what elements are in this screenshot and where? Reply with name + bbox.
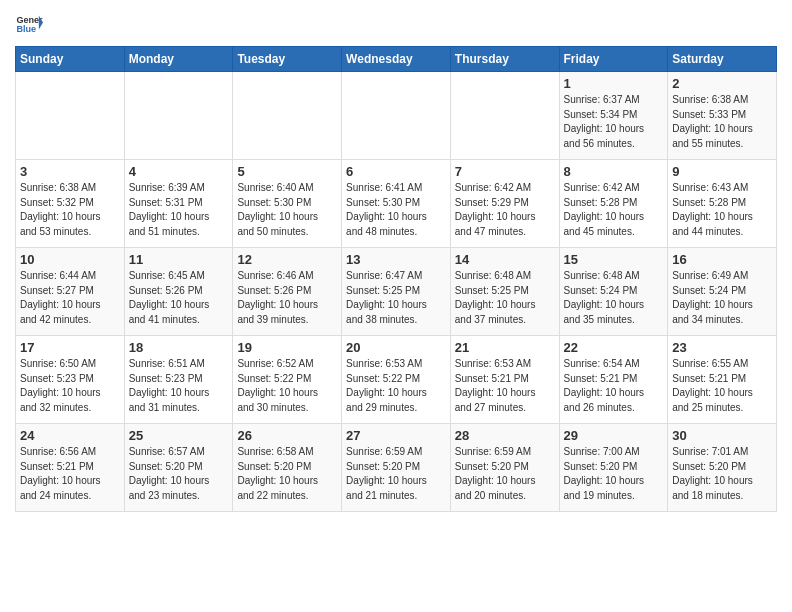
svg-text:Blue: Blue [16, 24, 36, 34]
day-info: Sunrise: 6:47 AMSunset: 5:25 PMDaylight:… [346, 269, 446, 327]
calendar-cell: 22Sunrise: 6:54 AMSunset: 5:21 PMDayligh… [559, 336, 668, 424]
day-info: Sunrise: 6:48 AMSunset: 5:24 PMDaylight:… [564, 269, 664, 327]
day-number: 13 [346, 252, 446, 267]
day-number: 8 [564, 164, 664, 179]
calendar-cell: 24Sunrise: 6:56 AMSunset: 5:21 PMDayligh… [16, 424, 125, 512]
weekday-row: SundayMondayTuesdayWednesdayThursdayFrid… [16, 47, 777, 72]
day-number: 12 [237, 252, 337, 267]
day-number: 1 [564, 76, 664, 91]
day-number: 19 [237, 340, 337, 355]
calendar-cell: 17Sunrise: 6:50 AMSunset: 5:23 PMDayligh… [16, 336, 125, 424]
day-info: Sunrise: 6:45 AMSunset: 5:26 PMDaylight:… [129, 269, 229, 327]
day-info: Sunrise: 6:42 AMSunset: 5:29 PMDaylight:… [455, 181, 555, 239]
calendar-cell [342, 72, 451, 160]
day-info: Sunrise: 6:38 AMSunset: 5:33 PMDaylight:… [672, 93, 772, 151]
day-number: 25 [129, 428, 229, 443]
day-info: Sunrise: 6:58 AMSunset: 5:20 PMDaylight:… [237, 445, 337, 503]
calendar-cell: 6Sunrise: 6:41 AMSunset: 5:30 PMDaylight… [342, 160, 451, 248]
day-number: 27 [346, 428, 446, 443]
day-number: 4 [129, 164, 229, 179]
logo-icon: General Blue [15, 10, 43, 38]
day-info: Sunrise: 6:39 AMSunset: 5:31 PMDaylight:… [129, 181, 229, 239]
calendar-cell: 29Sunrise: 7:00 AMSunset: 5:20 PMDayligh… [559, 424, 668, 512]
day-number: 9 [672, 164, 772, 179]
calendar-cell: 11Sunrise: 6:45 AMSunset: 5:26 PMDayligh… [124, 248, 233, 336]
day-info: Sunrise: 6:41 AMSunset: 5:30 PMDaylight:… [346, 181, 446, 239]
calendar-week-row: 3Sunrise: 6:38 AMSunset: 5:32 PMDaylight… [16, 160, 777, 248]
day-number: 22 [564, 340, 664, 355]
day-info: Sunrise: 6:59 AMSunset: 5:20 PMDaylight:… [455, 445, 555, 503]
day-number: 14 [455, 252, 555, 267]
day-info: Sunrise: 6:59 AMSunset: 5:20 PMDaylight:… [346, 445, 446, 503]
calendar-cell [16, 72, 125, 160]
day-number: 28 [455, 428, 555, 443]
calendar-cell: 16Sunrise: 6:49 AMSunset: 5:24 PMDayligh… [668, 248, 777, 336]
day-info: Sunrise: 6:50 AMSunset: 5:23 PMDaylight:… [20, 357, 120, 415]
day-number: 11 [129, 252, 229, 267]
day-number: 20 [346, 340, 446, 355]
calendar-cell: 21Sunrise: 6:53 AMSunset: 5:21 PMDayligh… [450, 336, 559, 424]
day-number: 3 [20, 164, 120, 179]
day-info: Sunrise: 6:54 AMSunset: 5:21 PMDaylight:… [564, 357, 664, 415]
day-info: Sunrise: 6:55 AMSunset: 5:21 PMDaylight:… [672, 357, 772, 415]
calendar-cell: 2Sunrise: 6:38 AMSunset: 5:33 PMDaylight… [668, 72, 777, 160]
calendar-cell: 27Sunrise: 6:59 AMSunset: 5:20 PMDayligh… [342, 424, 451, 512]
calendar-week-row: 24Sunrise: 6:56 AMSunset: 5:21 PMDayligh… [16, 424, 777, 512]
weekday-header: Friday [559, 47, 668, 72]
calendar-cell: 14Sunrise: 6:48 AMSunset: 5:25 PMDayligh… [450, 248, 559, 336]
calendar-cell [233, 72, 342, 160]
day-info: Sunrise: 6:37 AMSunset: 5:34 PMDaylight:… [564, 93, 664, 151]
calendar-cell: 20Sunrise: 6:53 AMSunset: 5:22 PMDayligh… [342, 336, 451, 424]
calendar-cell: 26Sunrise: 6:58 AMSunset: 5:20 PMDayligh… [233, 424, 342, 512]
day-info: Sunrise: 6:44 AMSunset: 5:27 PMDaylight:… [20, 269, 120, 327]
calendar-cell: 28Sunrise: 6:59 AMSunset: 5:20 PMDayligh… [450, 424, 559, 512]
day-number: 18 [129, 340, 229, 355]
calendar-cell: 5Sunrise: 6:40 AMSunset: 5:30 PMDaylight… [233, 160, 342, 248]
page-header: General Blue [15, 10, 777, 38]
day-number: 17 [20, 340, 120, 355]
weekday-header: Wednesday [342, 47, 451, 72]
calendar-cell: 13Sunrise: 6:47 AMSunset: 5:25 PMDayligh… [342, 248, 451, 336]
calendar-cell: 3Sunrise: 6:38 AMSunset: 5:32 PMDaylight… [16, 160, 125, 248]
day-number: 24 [20, 428, 120, 443]
day-info: Sunrise: 6:53 AMSunset: 5:22 PMDaylight:… [346, 357, 446, 415]
day-info: Sunrise: 6:49 AMSunset: 5:24 PMDaylight:… [672, 269, 772, 327]
calendar-cell: 4Sunrise: 6:39 AMSunset: 5:31 PMDaylight… [124, 160, 233, 248]
day-number: 30 [672, 428, 772, 443]
day-number: 6 [346, 164, 446, 179]
calendar-cell: 19Sunrise: 6:52 AMSunset: 5:22 PMDayligh… [233, 336, 342, 424]
day-info: Sunrise: 6:46 AMSunset: 5:26 PMDaylight:… [237, 269, 337, 327]
day-number: 5 [237, 164, 337, 179]
weekday-header: Monday [124, 47, 233, 72]
weekday-header: Thursday [450, 47, 559, 72]
day-number: 29 [564, 428, 664, 443]
day-info: Sunrise: 6:48 AMSunset: 5:25 PMDaylight:… [455, 269, 555, 327]
calendar-cell: 10Sunrise: 6:44 AMSunset: 5:27 PMDayligh… [16, 248, 125, 336]
day-info: Sunrise: 6:51 AMSunset: 5:23 PMDaylight:… [129, 357, 229, 415]
day-number: 23 [672, 340, 772, 355]
day-info: Sunrise: 6:57 AMSunset: 5:20 PMDaylight:… [129, 445, 229, 503]
calendar-header: SundayMondayTuesdayWednesdayThursdayFrid… [16, 47, 777, 72]
weekday-header: Tuesday [233, 47, 342, 72]
day-info: Sunrise: 6:40 AMSunset: 5:30 PMDaylight:… [237, 181, 337, 239]
calendar-cell: 30Sunrise: 7:01 AMSunset: 5:20 PMDayligh… [668, 424, 777, 512]
day-number: 15 [564, 252, 664, 267]
calendar-cell: 1Sunrise: 6:37 AMSunset: 5:34 PMDaylight… [559, 72, 668, 160]
day-info: Sunrise: 6:38 AMSunset: 5:32 PMDaylight:… [20, 181, 120, 239]
calendar-cell: 25Sunrise: 6:57 AMSunset: 5:20 PMDayligh… [124, 424, 233, 512]
calendar-cell: 23Sunrise: 6:55 AMSunset: 5:21 PMDayligh… [668, 336, 777, 424]
day-info: Sunrise: 6:52 AMSunset: 5:22 PMDaylight:… [237, 357, 337, 415]
calendar-cell: 15Sunrise: 6:48 AMSunset: 5:24 PMDayligh… [559, 248, 668, 336]
day-info: Sunrise: 6:42 AMSunset: 5:28 PMDaylight:… [564, 181, 664, 239]
logo: General Blue [15, 10, 43, 38]
calendar-cell: 9Sunrise: 6:43 AMSunset: 5:28 PMDaylight… [668, 160, 777, 248]
calendar-body: 1Sunrise: 6:37 AMSunset: 5:34 PMDaylight… [16, 72, 777, 512]
calendar-cell: 12Sunrise: 6:46 AMSunset: 5:26 PMDayligh… [233, 248, 342, 336]
calendar-table: SundayMondayTuesdayWednesdayThursdayFrid… [15, 46, 777, 512]
day-info: Sunrise: 7:01 AMSunset: 5:20 PMDaylight:… [672, 445, 772, 503]
calendar-week-row: 1Sunrise: 6:37 AMSunset: 5:34 PMDaylight… [16, 72, 777, 160]
day-info: Sunrise: 6:43 AMSunset: 5:28 PMDaylight:… [672, 181, 772, 239]
day-info: Sunrise: 6:53 AMSunset: 5:21 PMDaylight:… [455, 357, 555, 415]
calendar-cell: 18Sunrise: 6:51 AMSunset: 5:23 PMDayligh… [124, 336, 233, 424]
day-number: 2 [672, 76, 772, 91]
